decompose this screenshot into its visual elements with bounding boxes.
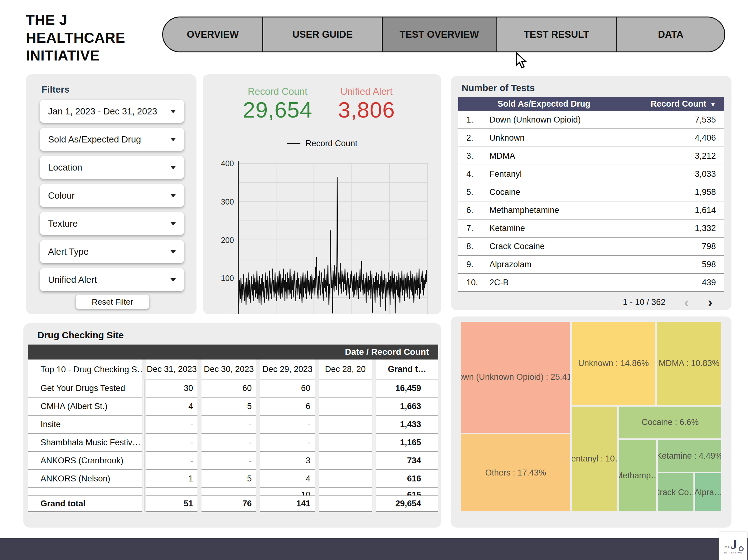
chart-legend: Record Count	[203, 139, 441, 148]
table-cell: 616	[376, 470, 438, 488]
column-header: Grand t…	[376, 360, 438, 380]
table-cell: -	[260, 434, 315, 452]
tests-table-title: Number of Tests	[462, 82, 535, 93]
drug-checking-site-panel: Drug Checking Site Date / Record Count T…	[23, 323, 441, 528]
sites-table-band: Date / Record Count	[28, 344, 438, 360]
table-cell	[319, 434, 372, 452]
treemap-block[interactable]: Down (Unknown Opioid) : 25.41%	[461, 322, 570, 433]
logo-line-1: THE J	[26, 11, 125, 29]
tab-overview[interactable]: OVERVIEW	[163, 18, 262, 51]
col-record-count[interactable]: Record Count▼	[651, 99, 716, 109]
grand-total-cell: Grand total	[28, 496, 142, 512]
prev-page-icon[interactable]: ‹	[684, 295, 689, 309]
tab-data[interactable]: DATA	[616, 18, 724, 51]
reset-filter-button[interactable]: Reset Filter	[75, 295, 149, 309]
filter-alert-type[interactable]: Alert Type	[40, 240, 184, 263]
table-cell: 1,165	[376, 434, 438, 452]
table-cell: 5	[202, 397, 256, 416]
tab-test-overview[interactable]: TEST OVERVIEW	[382, 18, 496, 51]
treemap-block[interactable]: Fentanyl : 10…	[572, 407, 617, 511]
table-cell: 3	[260, 452, 315, 470]
chevron-down-icon	[170, 194, 176, 197]
grand-total-cell: 29,654	[376, 496, 438, 512]
table-cell	[319, 470, 372, 488]
filter-location[interactable]: Location	[40, 156, 184, 179]
treemap-block[interactable]: Ketamine : 4.49%	[658, 440, 721, 472]
table-cell: ANKORS (Nelson)	[28, 470, 142, 488]
table-cell: -	[202, 452, 256, 470]
table-cell: -	[146, 434, 197, 452]
column-header: Dec 29, 2023	[260, 360, 315, 380]
grand-total-cell: 141	[260, 496, 315, 512]
table-cell-clipped	[319, 488, 372, 496]
treemap-block[interactable]: Crack Co…	[658, 473, 694, 511]
sites-table-title: Drug Checking Site	[38, 330, 124, 340]
table-row: 4.Fentanyl3,033	[458, 165, 724, 183]
table-vertical-divider	[374, 380, 374, 512]
filter-texture[interactable]: Texture	[40, 212, 184, 235]
table-row: 10.2C-B439	[458, 274, 724, 292]
treemap-block[interactable]: Others : 17.43%	[461, 434, 570, 511]
tab-test-result[interactable]: TEST RESULT	[496, 18, 616, 51]
table-cell-clipped	[202, 488, 256, 496]
table-cell: 6	[260, 397, 315, 416]
filter-colour[interactable]: Colour	[40, 184, 184, 207]
footer-logo: THE J INITIATIVE	[719, 532, 747, 560]
table-cell: Insite	[28, 416, 142, 434]
table-cell: 734	[376, 452, 438, 470]
treemap-block[interactable]: Unknown : 14.86%	[572, 322, 655, 405]
table-cell: -	[146, 416, 197, 434]
table-cell: -	[202, 416, 256, 434]
table-cell-clipped	[146, 488, 197, 496]
column-header: Dec 28, 20	[319, 360, 372, 380]
table-cell: 60	[202, 380, 256, 397]
column-header: Top 10 - Drug Checking S…	[28, 360, 142, 380]
mouse-cursor-icon	[515, 52, 528, 70]
sort-desc-icon: ▼	[710, 101, 716, 108]
table-cell: -	[202, 434, 256, 452]
filter-date-range[interactable]: Jan 1, 2023 - Dec 31, 2023	[40, 100, 184, 123]
tests-table-header: Sold As/Expected Drug Record Count▼	[458, 97, 724, 111]
tests-table-body: 1.Down (Unknown Opioid)7,5352.Unknown4,4…	[458, 111, 724, 292]
footer-bar	[0, 538, 748, 560]
table-cell-clipped	[28, 488, 142, 496]
table-cell: ANKORS (Cranbrook)	[28, 452, 142, 470]
table-cell: 60	[260, 380, 315, 397]
treemap-block[interactable]: Alpra…	[695, 473, 721, 511]
table-cell: 30	[146, 380, 197, 397]
table-cell: 4	[146, 397, 197, 416]
tab-user-guide[interactable]: USER GUIDE	[262, 18, 382, 51]
svg-text:100: 100	[221, 274, 234, 283]
table-cell	[319, 397, 372, 416]
legend-label: Record Count	[305, 139, 357, 148]
table-cell	[319, 416, 372, 434]
table-row: 5.Cocaine1,958	[458, 183, 724, 201]
sites-table: Top 10 - Drug Checking S…Dec 31, 2023Dec…	[28, 360, 438, 512]
grand-total-cell: 76	[202, 496, 256, 512]
svg-text:0: 0	[230, 312, 234, 314]
next-page-icon[interactable]: ›	[708, 295, 712, 309]
table-cell-clipped: 10	[260, 488, 315, 496]
table-row: 9.Alprazolam598	[458, 256, 724, 274]
treemap-block[interactable]: MDMA : 10.83%	[657, 322, 721, 405]
svg-text:400: 400	[221, 159, 234, 168]
treemap-block[interactable]: Cocaine : 6.6%	[619, 407, 721, 438]
column-header: Dec 31, 2023	[146, 360, 197, 380]
table-row: 3.MDMA3,212	[458, 147, 724, 165]
unified-alert-label: Unified Alert	[313, 86, 420, 97]
chevron-down-icon	[170, 250, 176, 253]
table-row: 6.Methamphetamine1,614	[458, 201, 724, 220]
table-vertical-divider	[144, 380, 144, 512]
drug-treemap-panel: Down (Unknown Opioid) : 25.41%Others : 1…	[451, 316, 731, 528]
filter-unified-alert[interactable]: Unified Alert	[40, 268, 184, 291]
table-cell: 4	[260, 470, 315, 488]
table-row: 8.Crack Cocaine798	[458, 238, 724, 256]
column-header: Dec 30, 2023	[202, 360, 256, 380]
filter-sold-as-drug[interactable]: Sold As/Expected Drug	[40, 128, 184, 151]
filters-panel: Filters Jan 1, 2023 - Dec 31, 2023 Sold …	[26, 74, 196, 314]
table-cell-clipped: 615	[376, 488, 438, 496]
chevron-down-icon	[170, 110, 176, 113]
treemap-block[interactable]: Methamp…	[619, 440, 656, 511]
page-info: 1 - 10 / 362	[623, 297, 665, 307]
table-cell	[319, 452, 372, 470]
